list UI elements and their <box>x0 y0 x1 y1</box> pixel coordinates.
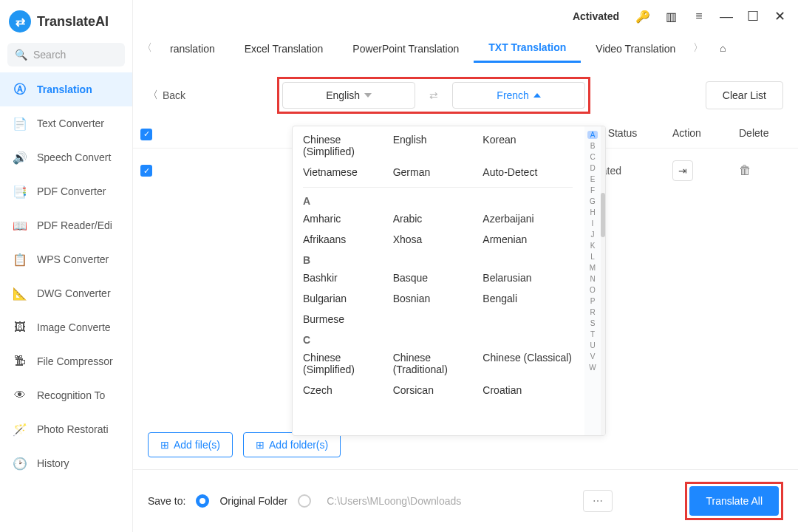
dropdown-alpha-index[interactable]: ABCDEFGHIJKLMNOPRSTUVW <box>584 126 601 435</box>
scrollbar-thumb[interactable] <box>601 193 605 237</box>
lang-option[interactable]: Corsican <box>393 384 483 396</box>
tab-powerpoint[interactable]: PowerPoint Translation <box>338 34 474 62</box>
radio-original-folder[interactable] <box>196 494 209 508</box>
tab-video[interactable]: Video Translation <box>581 34 690 62</box>
sidebar-item-pdf-converter[interactable]: 📑PDF Converter <box>0 174 132 208</box>
lang-option[interactable]: Bashkir <box>303 272 393 284</box>
sidebar-item-recognition[interactable]: 👁Recognition To <box>0 378 132 412</box>
lang-option[interactable]: English <box>393 134 483 157</box>
sidebar-item-translation[interactable]: ⒶTranslation <box>0 72 132 106</box>
alpha-index-m[interactable]: M <box>590 264 596 272</box>
tabs-scroll-right[interactable]: 〉 <box>690 41 706 55</box>
lang-option[interactable]: Burmese <box>303 313 393 325</box>
alpha-index-a[interactable]: A <box>587 131 598 139</box>
sidebar-search[interactable]: 🔍 Search <box>7 43 125 66</box>
alpha-index-t[interactable]: T <box>590 330 595 338</box>
browse-path-button[interactable]: ⋯ <box>583 490 613 512</box>
lang-option[interactable]: Belarusian <box>482 272 573 284</box>
lang-option[interactable]: Xhosa <box>393 233 483 245</box>
alpha-index-w[interactable]: W <box>589 364 596 372</box>
lang-option[interactable]: Chinese (Simplified) <box>303 352 393 375</box>
tabs-scroll-left[interactable]: 〈 <box>139 41 155 55</box>
alpha-index-o[interactable]: O <box>590 286 596 294</box>
alpha-index-l[interactable]: L <box>590 253 595 261</box>
lang-option[interactable]: Vietnamese <box>303 166 393 178</box>
row-checkbox[interactable]: ✓ <box>140 165 152 177</box>
lang-option[interactable]: Bulgarian <box>303 293 393 304</box>
alpha-index-v[interactable]: V <box>590 352 596 361</box>
sidebar-item-wps-converter[interactable]: 📋WPS Converter <box>0 242 132 276</box>
sidebar-item-speech-convert[interactable]: 🔊Speech Convert <box>0 140 132 174</box>
lang-option[interactable]: Croatian <box>482 384 573 396</box>
alpha-index-k[interactable]: K <box>590 242 596 250</box>
alpha-index-j[interactable]: J <box>591 231 595 239</box>
lang-option[interactable]: Amharic <box>303 213 393 225</box>
lang-option[interactable]: Arabic <box>393 213 483 225</box>
sidebar-item-dwg-converter[interactable]: 📐DWG Converter <box>0 276 132 310</box>
select-all-checkbox[interactable]: ✓ <box>140 129 152 140</box>
add-folders-button[interactable]: ⊞Add folder(s) <box>243 432 341 457</box>
tab-txt[interactable]: TXT Translation <box>474 33 581 63</box>
lang-option[interactable]: Chinese (Classical) <box>482 352 573 375</box>
column-action: Action <box>672 127 739 140</box>
maximize-button[interactable]: ☐ <box>746 10 760 23</box>
row-action-button[interactable]: ⇥ <box>672 160 693 181</box>
alpha-index-c[interactable]: C <box>590 153 595 161</box>
alpha-index-p[interactable]: P <box>590 297 596 305</box>
dropdown-letter-a: A <box>303 195 573 207</box>
menu-icon[interactable]: ≡ <box>692 9 706 24</box>
lang-option[interactable]: Chinese (Simplified) <box>303 134 393 157</box>
sidebar-item-photo-restoration[interactable]: 🪄Photo Restorati <box>0 412 132 446</box>
close-button[interactable]: ✕ <box>773 10 786 23</box>
lang-option[interactable]: Basque <box>393 272 483 284</box>
alpha-index-i[interactable]: I <box>592 219 594 228</box>
lang-option[interactable]: Czech <box>303 384 393 396</box>
alpha-index-r[interactable]: R <box>590 308 595 316</box>
source-language-select[interactable]: English <box>282 82 415 109</box>
add-files-button[interactable]: ⊞Add file(s) <box>148 432 233 457</box>
lang-option[interactable]: Azerbaijani <box>482 213 573 225</box>
alpha-index-h[interactable]: H <box>590 208 595 216</box>
lang-option[interactable]: Auto-Detect <box>482 166 573 178</box>
alpha-index-n[interactable]: N <box>590 275 595 283</box>
sidebar-item-file-compressor[interactable]: 🗜File Compressor <box>0 344 132 378</box>
clear-list-button[interactable]: Clear List <box>706 81 783 109</box>
lang-option[interactable]: Bosnian <box>393 293 483 304</box>
radio-custom-folder[interactable] <box>298 494 311 508</box>
search-icon: 🔍 <box>15 49 27 61</box>
sidebar-item-image-converter[interactable]: 🖼Image Converte <box>0 310 132 344</box>
lang-option[interactable]: Armenian <box>482 233 573 245</box>
alpha-index-d[interactable]: D <box>590 164 595 172</box>
lang-option[interactable]: Bengali <box>482 293 573 304</box>
restore-icon: 🪄 <box>12 421 28 437</box>
dropdown-separator <box>303 187 573 188</box>
row-delete-button[interactable]: 🗑 <box>739 163 751 177</box>
alpha-index-b[interactable]: B <box>590 142 596 150</box>
key-icon[interactable]: 🔑 <box>635 9 650 24</box>
lang-option[interactable]: Chinese (Traditional) <box>393 352 483 375</box>
back-button[interactable]: 〈Back <box>148 89 185 102</box>
tab-excel[interactable]: Excel Translation <box>230 34 338 62</box>
sidebar-item-history[interactable]: 🕑History <box>0 446 132 480</box>
alpha-index-e[interactable]: E <box>590 175 596 183</box>
sidebar-item-pdf-reader[interactable]: 📖PDF Reader/Edi <box>0 208 132 242</box>
target-language-select[interactable]: French <box>452 82 585 109</box>
translate-all-button[interactable]: Translate All <box>689 486 779 516</box>
minimize-button[interactable]: — <box>720 10 733 23</box>
scan-icon[interactable]: ▥ <box>664 9 678 24</box>
sidebar-item-text-converter[interactable]: 📄Text Converter <box>0 106 132 140</box>
alpha-index-u[interactable]: U <box>590 341 595 349</box>
alpha-index-f[interactable]: F <box>590 186 595 194</box>
dropdown-scrollbar[interactable] <box>601 126 605 435</box>
alpha-index-g[interactable]: G <box>590 197 596 205</box>
lang-option[interactable]: Korean <box>482 134 573 157</box>
pdf-reader-icon: 📖 <box>12 217 28 233</box>
lang-option[interactable]: Afrikaans <box>303 233 393 245</box>
home-icon[interactable]: ⌂ <box>714 39 732 57</box>
translate-all-highlight: Translate All <box>685 482 783 520</box>
lang-option[interactable]: German <box>393 166 483 178</box>
sidebar-item-label: PDF Converter <box>37 185 106 197</box>
tab-partial[interactable]: ranslation <box>155 34 230 62</box>
alpha-index-s[interactable]: S <box>590 319 596 327</box>
swap-languages-button[interactable]: ⇄ <box>423 89 445 101</box>
